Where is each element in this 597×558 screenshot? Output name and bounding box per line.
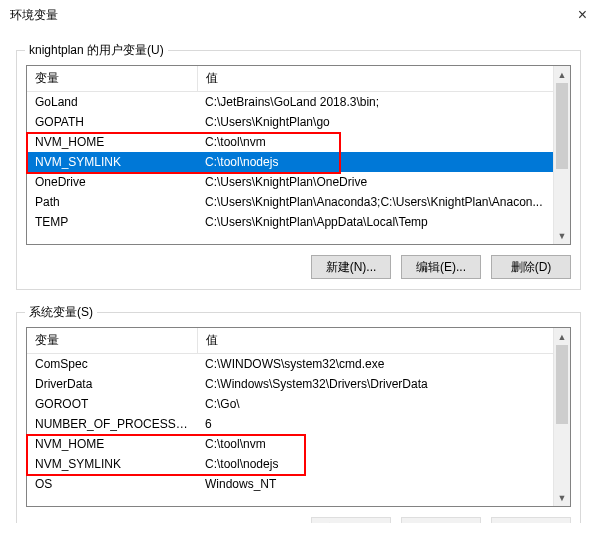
scroll-down-icon[interactable]: ▼ [554,489,570,506]
user-vars-label: knightplan 的用户变量(U) [25,42,168,59]
scroll-up-icon[interactable]: ▲ [554,66,570,83]
user-col-val[interactable]: 值 [197,66,570,92]
var-value-cell: C:\Users\KnightPlan\go [197,112,570,132]
user-scrollbar[interactable]: ▲ ▼ [553,66,570,244]
user-vars-table-wrap: 变量 值 GoLandC:\JetBrains\GoLand 2018.3\bi… [26,65,571,245]
table-row[interactable]: GoLandC:\JetBrains\GoLand 2018.3\bin; [27,92,570,112]
var-name-cell: GOPATH [27,112,197,132]
var-value-cell: C:\tool\nvm [197,434,570,454]
dialog-content: knightplan 的用户变量(U) 变量 值 GoLandC:\JetBra… [0,30,597,533]
sys-vars-table: 变量 值 ComSpecC:\WINDOWS\system32\cmd.exeD… [27,328,570,494]
var-value-cell: C:\tool\nvm [197,132,570,152]
var-value-cell: C:\tool\nodejs [197,454,570,474]
var-name-cell: NUMBER_OF_PROCESSORS [27,414,197,434]
var-value-cell: C:\Windows\System32\Drivers\DriverData [197,374,570,394]
var-value-cell: C:\Users\KnightPlan\OneDrive [197,172,570,192]
var-name-cell: GoLand [27,92,197,112]
sys-vars-label: 系统变量(S) [25,304,97,321]
titlebar: 环境变量 × [0,0,597,30]
scroll-down-icon[interactable]: ▼ [554,227,570,244]
sys-button-row: 新建(N)... 编辑(E)... 删除(D) [26,517,571,523]
sys-scrollbar[interactable]: ▲ ▼ [553,328,570,506]
var-name-cell: NVM_HOME [27,434,197,454]
table-row[interactable]: ComSpecC:\WINDOWS\system32\cmd.exe [27,354,570,374]
var-name-cell: DriverData [27,374,197,394]
var-value-cell: C:\JetBrains\GoLand 2018.3\bin; [197,92,570,112]
var-value-cell: 6 [197,414,570,434]
table-row[interactable]: NVM_HOMEC:\tool\nvm [27,132,570,152]
table-row[interactable]: OSWindows_NT [27,474,570,494]
var-name-cell: TEMP [27,212,197,232]
user-delete-button[interactable]: 删除(D) [491,255,571,279]
sys-delete-button[interactable]: 删除(D) [491,517,571,523]
user-edit-button[interactable]: 编辑(E)... [401,255,481,279]
var-name-cell: OS [27,474,197,494]
table-row[interactable]: NVM_SYMLINKC:\tool\nodejs [27,152,570,172]
var-name-cell: NVM_SYMLINK [27,152,197,172]
close-icon[interactable]: × [578,6,587,24]
var-name-cell: NVM_HOME [27,132,197,152]
table-row[interactable]: PathC:\Users\KnightPlan\Anaconda3;C:\Use… [27,192,570,212]
scroll-up-icon[interactable]: ▲ [554,328,570,345]
sys-vars-table-wrap: 变量 值 ComSpecC:\WINDOWS\system32\cmd.exeD… [26,327,571,507]
user-col-var[interactable]: 变量 [27,66,197,92]
table-row[interactable]: NVM_HOMEC:\tool\nvm [27,434,570,454]
var-name-cell: ComSpec [27,354,197,374]
sys-edit-button[interactable]: 编辑(E)... [401,517,481,523]
var-value-cell: C:\WINDOWS\system32\cmd.exe [197,354,570,374]
sys-col-val[interactable]: 值 [197,328,570,354]
table-row[interactable]: NVM_SYMLINKC:\tool\nodejs [27,454,570,474]
table-row[interactable]: GOROOTC:\Go\ [27,394,570,414]
user-new-button[interactable]: 新建(N)... [311,255,391,279]
var-value-cell: C:\tool\nodejs [197,152,570,172]
scroll-thumb[interactable] [556,83,568,169]
var-value-cell: C:\Go\ [197,394,570,414]
var-name-cell: OneDrive [27,172,197,192]
window-title: 环境变量 [10,7,58,24]
sys-col-var[interactable]: 变量 [27,328,197,354]
table-row[interactable]: OneDriveC:\Users\KnightPlan\OneDrive [27,172,570,192]
scroll-thumb[interactable] [556,345,568,424]
var-value-cell: C:\Users\KnightPlan\Anaconda3;C:\Users\K… [197,192,570,212]
user-button-row: 新建(N)... 编辑(E)... 删除(D) [26,255,571,279]
user-vars-table: 变量 值 GoLandC:\JetBrains\GoLand 2018.3\bi… [27,66,570,232]
var-value-cell: C:\Users\KnightPlan\AppData\Local\Temp [197,212,570,232]
user-vars-group: knightplan 的用户变量(U) 变量 值 GoLandC:\JetBra… [16,50,581,290]
scroll-track[interactable] [554,83,570,227]
table-row[interactable]: TEMPC:\Users\KnightPlan\AppData\Local\Te… [27,212,570,232]
var-name-cell: NVM_SYMLINK [27,454,197,474]
var-name-cell: GOROOT [27,394,197,414]
table-row[interactable]: NUMBER_OF_PROCESSORS6 [27,414,570,434]
scroll-track[interactable] [554,345,570,489]
var-name-cell: Path [27,192,197,212]
var-value-cell: Windows_NT [197,474,570,494]
sys-new-button[interactable]: 新建(N)... [311,517,391,523]
sys-vars-group: 系统变量(S) 变量 值 ComSpecC:\WINDOWS\system32\… [16,312,581,523]
table-row[interactable]: DriverDataC:\Windows\System32\Drivers\Dr… [27,374,570,394]
table-row[interactable]: GOPATHC:\Users\KnightPlan\go [27,112,570,132]
